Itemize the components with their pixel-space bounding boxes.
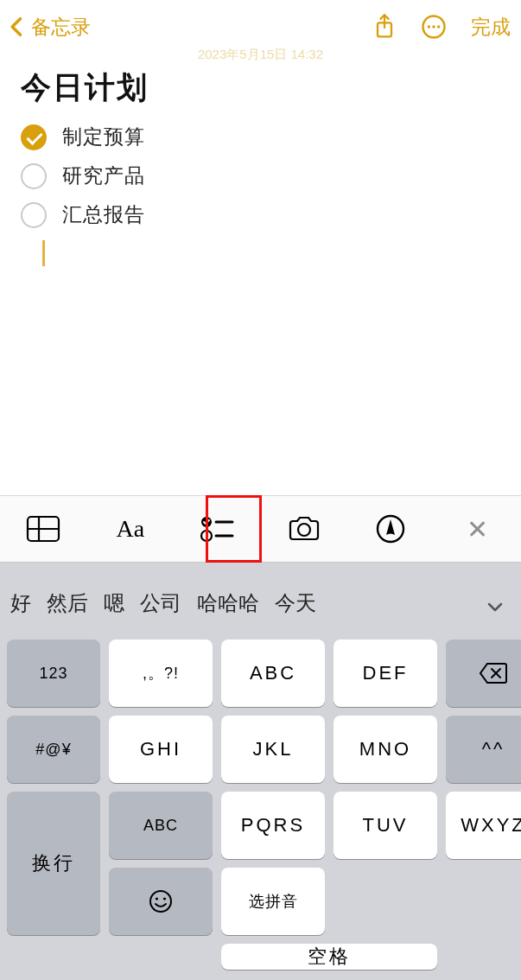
- back-label: 备忘录: [31, 14, 91, 41]
- aa-icon: Aa: [116, 515, 144, 543]
- checklist-item-text[interactable]: 汇总报告: [62, 201, 145, 228]
- key-symbols[interactable]: #@¥: [7, 716, 100, 783]
- format-toolbar: Aa ✕: [0, 495, 521, 563]
- suggestion[interactable]: 然后: [47, 589, 88, 617]
- camera-icon: [287, 515, 321, 543]
- svg-point-3: [428, 25, 431, 29]
- checkbox-empty-icon[interactable]: [21, 202, 47, 228]
- checklist-icon: [200, 514, 234, 544]
- checklist-item[interactable]: 研究产品: [21, 162, 500, 189]
- suggestion[interactable]: 公司: [140, 589, 181, 617]
- checklist-item-text[interactable]: 研究产品: [62, 162, 145, 189]
- checklist: 制定预算 研究产品 汇总报告: [21, 124, 500, 266]
- svg-point-4: [432, 25, 435, 29]
- more-button[interactable]: [421, 14, 447, 40]
- suggestion[interactable]: 好: [10, 589, 31, 617]
- key-mno[interactable]: MNO: [334, 716, 437, 783]
- nav-actions: 完成: [372, 13, 511, 41]
- suggestion[interactable]: 哈哈哈: [197, 589, 259, 617]
- key-ghi[interactable]: GHI: [109, 716, 213, 783]
- table-button[interactable]: [12, 503, 74, 555]
- close-icon: ✕: [467, 514, 488, 544]
- key-emoji[interactable]: [109, 868, 213, 935]
- backspace-icon: [479, 662, 508, 684]
- svg-point-11: [201, 531, 212, 541]
- markup-button[interactable]: [359, 503, 422, 555]
- camera-button[interactable]: [273, 503, 335, 555]
- done-button[interactable]: 完成: [471, 14, 511, 41]
- suggestion[interactable]: 嗯: [104, 589, 124, 617]
- keyboard: 好 然后 嗯 公司 哈哈哈 今天 123 ,。?! ABC DEF #@¥ GH…: [0, 563, 521, 980]
- table-icon: [26, 515, 60, 543]
- key-pqrs[interactable]: PQRS: [221, 792, 325, 859]
- checkbox-checked-icon[interactable]: [21, 124, 47, 150]
- markup-icon: [376, 514, 405, 544]
- key-backspace[interactable]: [446, 640, 521, 707]
- svg-point-19: [163, 897, 166, 900]
- checklist-item[interactable]: 制定预算: [21, 124, 500, 150]
- key-grid: 123 ,。?! ABC DEF #@¥ GHI JKL MNO ^^ ABC …: [0, 633, 521, 980]
- svg-point-13: [298, 524, 310, 536]
- note-title[interactable]: 今日计划: [21, 67, 500, 108]
- checkbox-empty-icon[interactable]: [21, 163, 47, 189]
- key-wxyz[interactable]: WXYZ: [446, 792, 521, 859]
- note-body[interactable]: 今日计划 制定预算 研究产品 汇总报告: [0, 47, 521, 266]
- share-button[interactable]: [372, 13, 397, 41]
- svg-point-18: [156, 897, 158, 900]
- key-tuv[interactable]: TUV: [334, 792, 437, 859]
- key-abc-mode[interactable]: ABC: [109, 792, 213, 859]
- key-123[interactable]: 123: [7, 640, 100, 707]
- key-jkl[interactable]: JKL: [221, 716, 325, 783]
- chevron-down-icon: [485, 596, 505, 617]
- close-toolbar-button[interactable]: ✕: [447, 503, 509, 555]
- text-format-button[interactable]: Aa: [99, 503, 162, 555]
- key-return[interactable]: 换行: [7, 792, 100, 935]
- suggestion-bar: 好 然后 嗯 公司 哈哈哈 今天: [0, 563, 521, 633]
- checklist-item-text[interactable]: 制定预算: [62, 124, 145, 150]
- svg-point-17: [150, 891, 171, 912]
- share-icon: [372, 13, 397, 41]
- ellipsis-circle-icon: [421, 14, 447, 40]
- nav-bar: 备忘录 完成: [0, 0, 521, 54]
- key-def[interactable]: DEF: [334, 640, 437, 707]
- chevron-left-icon: [5, 15, 29, 39]
- key-space[interactable]: 空格: [221, 944, 437, 970]
- suggestion-collapse-button[interactable]: [485, 596, 511, 617]
- text-cursor: [42, 240, 45, 266]
- suggestion[interactable]: 今天: [275, 589, 316, 617]
- key-caret[interactable]: ^^: [446, 716, 521, 783]
- key-punct[interactable]: ,。?!: [109, 640, 213, 707]
- emoji-icon: [148, 888, 174, 914]
- checklist-item[interactable]: 汇总报告: [21, 201, 500, 228]
- key-abc[interactable]: ABC: [221, 640, 325, 707]
- back-button[interactable]: 备忘录: [5, 14, 91, 41]
- key-select-pinyin[interactable]: 选拼音: [221, 868, 325, 935]
- checklist-button[interactable]: [186, 503, 248, 555]
- svg-point-5: [437, 25, 441, 29]
